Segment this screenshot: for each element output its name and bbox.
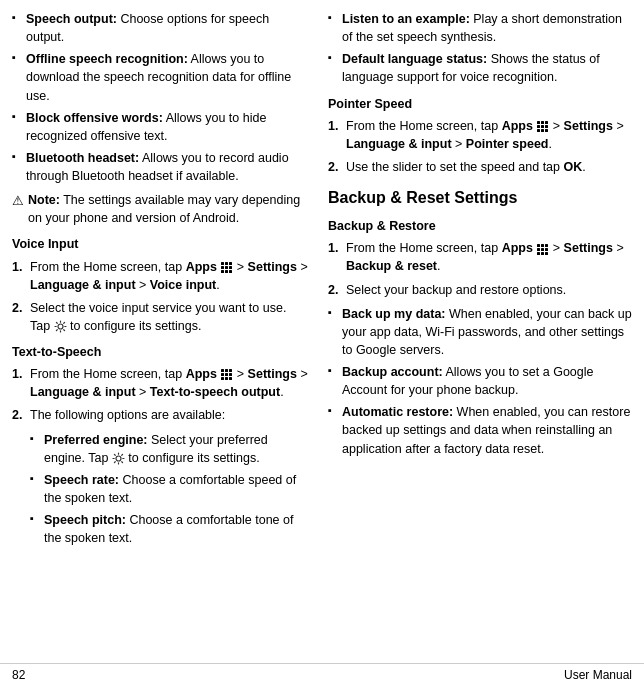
note-block: ⚠ Note: The settings available may vary … <box>12 191 308 227</box>
warning-icon: ⚠ <box>12 192 24 211</box>
apps-icon <box>221 369 232 380</box>
list-item: Offline speech recognition: Allows you t… <box>12 50 308 104</box>
backup-bullet-list: Back up my data: When enabled, your can … <box>328 305 632 458</box>
item-label: Listen to an example: <box>342 12 470 26</box>
footer-bar: 82 User Manual <box>0 663 644 686</box>
list-item: 1. From the Home screen, tap Apps > Sett… <box>12 258 308 294</box>
list-item: Speech output: Choose options for speech… <box>12 10 308 46</box>
list-item: Block offensive words: Allows you to hid… <box>12 109 308 145</box>
tts-heading: Text-to-Speech <box>12 343 308 361</box>
item-label: Speech rate: <box>44 473 119 487</box>
apps-icon <box>537 121 548 132</box>
left-column: Speech output: Choose options for speech… <box>12 10 322 663</box>
gear-icon <box>112 452 125 465</box>
backup-restore-heading: Backup & Restore <box>328 217 632 235</box>
list-item: Listen to an example: Play a short demon… <box>328 10 632 46</box>
svg-point-1 <box>116 456 121 461</box>
item-label: Speech pitch: <box>44 513 126 527</box>
list-item: 1. From the Home screen, tap Apps > Sett… <box>12 365 308 401</box>
voice-input-heading: Voice Input <box>12 235 308 253</box>
svg-point-0 <box>58 324 63 329</box>
list-item: Bluetooth headset: Allows you to record … <box>12 149 308 185</box>
backup-list: 1. From the Home screen, tap Apps > Sett… <box>328 239 632 298</box>
left-bullet-list: Speech output: Choose options for speech… <box>12 10 308 185</box>
note-text: Note: The settings available may vary de… <box>28 191 308 227</box>
item-text: From the Home screen, tap Apps > Setting… <box>30 367 308 399</box>
right-bullet-list: Listen to an example: Play a short demon… <box>328 10 632 87</box>
manual-label: User Manual <box>564 668 632 682</box>
item-text: From the Home screen, tap Apps > Setting… <box>346 241 624 273</box>
list-item: Speech rate: Choose a comfortable speed … <box>30 471 308 507</box>
item-text: The following options are available: <box>30 408 225 422</box>
gear-icon <box>54 320 67 333</box>
item-label: Preferred engine: <box>44 433 148 447</box>
apps-icon <box>537 244 548 255</box>
list-item: Backup account: Allows you to set a Goog… <box>328 363 632 399</box>
item-label: Speech output: <box>26 12 117 26</box>
page-number: 82 <box>12 668 25 682</box>
pointer-speed-heading: Pointer Speed <box>328 95 632 113</box>
item-text: Select your backup and restore options. <box>346 283 566 297</box>
tts-bullet-list: Preferred engine: Select your preferred … <box>30 431 308 548</box>
backup-heading: Backup & Reset Settings <box>328 186 632 209</box>
list-item: Automatic restore: When enabled, you can… <box>328 403 632 457</box>
list-item: Back up my data: When enabled, your can … <box>328 305 632 359</box>
item-label: Offline speech recognition: <box>26 52 188 66</box>
item-text: Select the voice input service you want … <box>30 301 286 333</box>
item-label: Bluetooth headset: <box>26 151 139 165</box>
list-item: 1. From the Home screen, tap Apps > Sett… <box>328 239 632 275</box>
list-item: Speech pitch: Choose a comfortable tone … <box>30 511 308 547</box>
list-item: Preferred engine: Select your preferred … <box>30 431 308 467</box>
item-text2: to configure its settings. <box>125 451 260 465</box>
list-item: 2. Select your backup and restore option… <box>328 281 632 299</box>
list-item: 1. From the Home screen, tap Apps > Sett… <box>328 117 632 153</box>
item-text: Use the slider to set the speed and tap … <box>346 160 586 174</box>
item-label: Block offensive words: <box>26 111 163 125</box>
list-item: Default language status: Shows the statu… <box>328 50 632 86</box>
list-item: 2. Select the voice input service you wa… <box>12 299 308 335</box>
item-text: From the Home screen, tap Apps > Setting… <box>30 260 308 292</box>
item-label: Back up my data: <box>342 307 446 321</box>
tts-list: 1. From the Home screen, tap Apps > Sett… <box>12 365 308 424</box>
item-text: From the Home screen, tap Apps > Setting… <box>346 119 624 151</box>
item-label: Default language status: <box>342 52 487 66</box>
item-label: Automatic restore: <box>342 405 453 419</box>
page-container: Speech output: Choose options for speech… <box>0 0 644 686</box>
apps-icon <box>221 262 232 273</box>
list-item: 2. The following options are available: <box>12 406 308 424</box>
content-area: Speech output: Choose options for speech… <box>0 0 644 663</box>
item-label: Backup account: <box>342 365 443 379</box>
voice-input-list: 1. From the Home screen, tap Apps > Sett… <box>12 258 308 336</box>
list-item: 2. Use the slider to set the speed and t… <box>328 158 632 176</box>
pointer-list: 1. From the Home screen, tap Apps > Sett… <box>328 117 632 176</box>
right-column: Listen to an example: Play a short demon… <box>322 10 632 663</box>
